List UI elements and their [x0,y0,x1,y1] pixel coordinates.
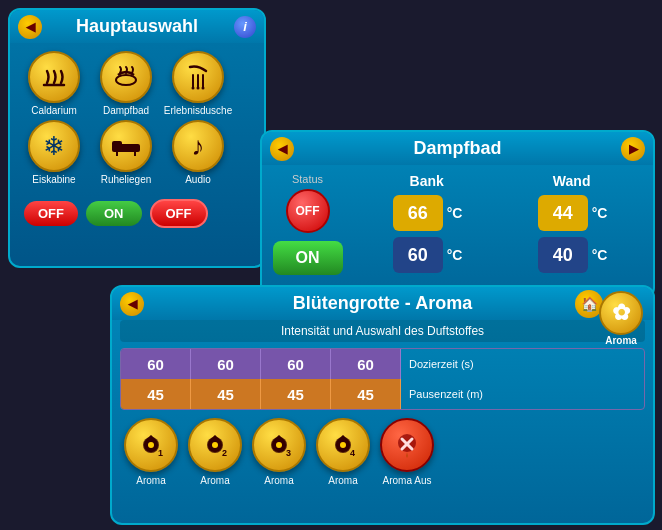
svg-point-5 [192,87,195,90]
aroma-table: 60 60 60 60 Dozierzeit (s) 45 45 45 45 P… [120,348,645,410]
dampfbad-wand-label: Wand [553,173,591,189]
aroma-pausenzeit-row: 45 45 45 45 Pausenzeit (m) [121,379,644,409]
dampfbad-bank-dark[interactable]: 60 [393,237,443,273]
icon-eiskabine: ❄ Eiskabine [20,120,88,185]
aroma-nav-left[interactable]: ◀ [120,292,144,316]
svg-text:1: 1 [158,448,163,458]
dampfbad-bank-label: Bank [410,173,444,189]
dampfbad-wand-yellow[interactable]: 44 [538,195,588,231]
main-off1-button[interactable]: OFF [24,201,78,226]
aroma-subtitle: Intensität und Auswahl des Duftstoffes [120,320,645,342]
aroma-doz-3[interactable]: 60 [261,349,331,379]
eiskabine-button[interactable]: ❄ [28,120,80,172]
aroma-side-icon-label: Aroma [599,335,643,346]
aroma-pau-4[interactable]: 45 [331,379,401,409]
svg-point-19 [276,442,282,448]
main-icon-grid: Caldarium Dampfbad [10,43,264,193]
main-on-button[interactable]: ON [86,201,142,226]
aroma-icon-4-label: Aroma [328,475,357,486]
aroma-header-icon[interactable]: ✿ [599,291,643,335]
svg-point-16 [212,442,218,448]
aroma-dosierzeit-label: Dozierzeit (s) [401,358,644,370]
svg-text:2: 2 [222,448,227,458]
dampfbad-wand-unit2: °C [592,247,608,263]
dampfbad-bank-dark-pair: 60 °C [358,237,497,273]
main-panel-header: ◀ Hauptauswahl i [10,10,264,43]
dampfbad-status-circle: OFF [286,189,330,233]
dampfbad-button[interactable] [100,51,152,103]
svg-point-7 [202,87,205,90]
audio-button[interactable]: ♪ [172,120,224,172]
svg-point-6 [197,87,200,90]
dampfbad-nav-left[interactable]: ◀ [270,137,294,161]
svg-point-13 [148,442,154,448]
aroma-icon-3-label: Aroma [264,475,293,486]
aroma-icon-aus-label: Aroma Aus [383,475,432,486]
svg-point-22 [340,442,346,448]
dampfbad-status-label: Status [292,173,323,185]
aroma-pau-3[interactable]: 45 [261,379,331,409]
main-button-row: OFF ON OFF [10,193,264,234]
dampfbad-content: Status OFF ON Bank Wand 66 °C 44 °C [262,165,653,287]
dampfbad-status-section: Status OFF ON [270,173,345,279]
aroma-item-3: 3 Aroma [252,418,306,486]
aroma-doz-4[interactable]: 60 [331,349,401,379]
aroma-dosierzeit-row: 60 60 60 60 Dozierzeit (s) [121,349,644,379]
aroma-item-1: 1 Aroma [124,418,178,486]
ruheliegen-button[interactable] [100,120,152,172]
icon-dampfbad: Dampfbad [92,51,160,116]
aroma-icon-1[interactable]: 1 [124,418,178,472]
icon-audio: ♪ Audio [164,120,232,185]
info-icon[interactable]: i [234,16,256,38]
erlebnisdusche-button[interactable] [172,51,224,103]
dampfbad-status-value: OFF [296,204,320,218]
caldarium-label: Caldarium [31,105,77,116]
aroma-icon-1-label: Aroma [136,475,165,486]
aroma-icons-row: 1 Aroma 2 Aroma [112,410,653,490]
dampfbad-bank-unit2: °C [447,247,463,263]
dampfbad-panel: ◀ Dampfbad ▶ Status OFF ON Bank Wand 66 … [260,130,655,300]
dampfbad-on-button[interactable]: ON [273,241,343,275]
aroma-item-4: 4 Aroma [316,418,370,486]
aroma-pau-2[interactable]: 45 [191,379,261,409]
aroma-panel-title: Blütengrotte - Aroma [293,293,472,313]
aroma-item-aus: Aroma Aus [380,418,434,486]
dampfbad-wand-unit1: °C [592,205,608,221]
dampfbad-nav-right[interactable]: ▶ [621,137,645,161]
aroma-doz-1[interactable]: 60 [121,349,191,379]
aroma-pausenzeit-label: Pausenzeit (m) [401,388,644,400]
icon-caldarium: Caldarium [20,51,88,116]
audio-label: Audio [185,174,211,185]
erlebnisdusche-label: Erlebnisdusche [164,105,232,116]
dampfbad-temp-row2: 60 °C 40 °C [355,237,645,273]
aroma-icon-2-label: Aroma [200,475,229,486]
main-nav-left[interactable]: ◀ [18,15,42,39]
aroma-icon-3[interactable]: 3 [252,418,306,472]
caldarium-button[interactable] [28,51,80,103]
svg-point-1 [116,75,136,85]
icon-ruheliegen: Ruheliegen [92,120,160,185]
main-panel-title: Hauptauswahl [76,16,198,36]
main-off2-button[interactable]: OFF [150,199,208,228]
aroma-icon-aus[interactable] [380,418,434,472]
aroma-item-2: 2 Aroma [188,418,242,486]
dampfbad-temp-section: Bank Wand 66 °C 44 °C 60 °C 4 [355,173,645,279]
main-panel: ◀ Hauptauswahl i Caldarium [8,8,266,268]
dampfbad-label: Dampfbad [103,105,149,116]
aroma-icon-2[interactable]: 2 [188,418,242,472]
aroma-panel-header: ◀ Blütengrotte - Aroma 🏠 ✿ Aroma [112,287,653,320]
aroma-pau-1[interactable]: 45 [121,379,191,409]
aroma-icon-4[interactable]: 4 [316,418,370,472]
dampfbad-temp-headers: Bank Wand [355,173,645,189]
dampfbad-panel-header: ◀ Dampfbad ▶ [262,132,653,165]
dampfbad-wand-dark-pair: 40 °C [503,237,642,273]
dampfbad-temp-row1: 66 °C 44 °C [355,195,645,231]
dampfbad-bank-yellow[interactable]: 66 [393,195,443,231]
aroma-doz-2[interactable]: 60 [191,349,261,379]
dampfbad-bank-yellow-pair: 66 °C [358,195,497,231]
svg-text:4: 4 [350,448,355,458]
dampfbad-bank-unit1: °C [447,205,463,221]
aroma-panel: ◀ Blütengrotte - Aroma 🏠 ✿ Aroma Intensi… [110,285,655,525]
ruheliegen-label: Ruheliegen [101,174,152,185]
dampfbad-wand-dark[interactable]: 40 [538,237,588,273]
